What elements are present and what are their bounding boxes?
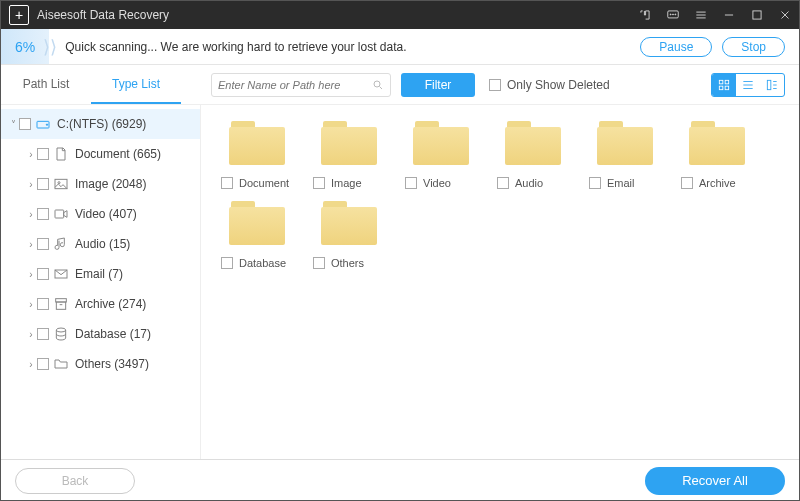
checkbox-icon[interactable]: [19, 118, 31, 130]
svg-point-1: [670, 14, 671, 15]
content-pane: Document Image Video Audio Email Archive: [201, 105, 799, 459]
checkbox-icon[interactable]: [497, 177, 509, 189]
svg-point-19: [56, 328, 65, 332]
search-field[interactable]: [218, 79, 372, 91]
tree-root-drive[interactable]: ˅ C:(NTFS) (6929): [1, 109, 200, 139]
expand-icon[interactable]: ›: [25, 149, 37, 160]
audio-icon: [53, 236, 69, 252]
checkbox-icon[interactable]: [37, 208, 49, 220]
checkbox-icon[interactable]: [313, 257, 325, 269]
tree-item-label: Archive (274): [75, 297, 146, 311]
maximize-icon[interactable]: [743, 1, 771, 29]
folder-image[interactable]: Image: [309, 117, 389, 189]
video-icon: [53, 206, 69, 222]
tree-item-email[interactable]: › Email (7): [1, 259, 200, 289]
tree-item-video[interactable]: › Video (407): [1, 199, 200, 229]
checkbox-icon[interactable]: [37, 298, 49, 310]
expand-icon[interactable]: ›: [25, 299, 37, 310]
checkbox-icon[interactable]: [221, 177, 233, 189]
view-mode-switch: [711, 73, 785, 97]
checkbox-icon[interactable]: [37, 238, 49, 250]
tree-root-label: C:(NTFS) (6929): [57, 117, 146, 131]
tree-item-label: Image (2048): [75, 177, 146, 191]
folder-others[interactable]: Others: [309, 197, 389, 269]
checkbox-icon[interactable]: [405, 177, 417, 189]
database-icon: [53, 326, 69, 342]
expand-icon[interactable]: ›: [25, 239, 37, 250]
svg-rect-8: [719, 86, 723, 90]
expand-icon[interactable]: ›: [25, 359, 37, 370]
folder-email[interactable]: Email: [585, 117, 665, 189]
filter-button[interactable]: Filter: [401, 73, 475, 97]
checkbox-icon[interactable]: [37, 268, 49, 280]
expand-icon[interactable]: ›: [25, 179, 37, 190]
footer: Back Recover All: [1, 459, 799, 501]
tree-item-audio[interactable]: › Audio (15): [1, 229, 200, 259]
sidebar-tree: ˅ C:(NTFS) (6929) › Document (665) › Ima…: [1, 105, 201, 459]
checkbox-icon[interactable]: [589, 177, 601, 189]
tab-type-list[interactable]: Type List: [91, 65, 181, 104]
svg-rect-4: [753, 11, 761, 19]
svg-point-2: [673, 14, 674, 15]
expand-icon[interactable]: ›: [25, 329, 37, 340]
view-grid-icon[interactable]: [712, 74, 736, 96]
expand-icon[interactable]: ›: [25, 209, 37, 220]
back-button[interactable]: Back: [15, 468, 135, 494]
folder-icon: [53, 356, 69, 372]
progress-percent: 6%: [15, 39, 35, 55]
checkbox-icon[interactable]: [37, 178, 49, 190]
drive-icon: [35, 116, 51, 132]
view-detail-icon[interactable]: [760, 74, 784, 96]
checkbox-icon[interactable]: [221, 257, 233, 269]
tree-item-archive[interactable]: › Archive (274): [1, 289, 200, 319]
tree-item-label: Email (7): [75, 267, 123, 281]
checkbox-icon[interactable]: [313, 177, 325, 189]
email-icon: [53, 266, 69, 282]
menu-icon[interactable]: [687, 1, 715, 29]
checkbox-icon[interactable]: [37, 148, 49, 160]
svg-rect-7: [725, 80, 729, 84]
stop-button[interactable]: Stop: [722, 37, 785, 57]
close-icon[interactable]: [771, 1, 799, 29]
recover-all-button[interactable]: Recover All: [645, 467, 785, 495]
folder-video[interactable]: Video: [401, 117, 481, 189]
image-icon: [53, 176, 69, 192]
folder-grid: Document Image Video Audio Email Archive: [217, 117, 783, 269]
only-show-deleted-checkbox[interactable]: Only Show Deleted: [489, 78, 610, 92]
tree-item-image[interactable]: › Image (2048): [1, 169, 200, 199]
folder-archive[interactable]: Archive: [677, 117, 757, 189]
folder-icon: [225, 117, 289, 169]
folder-database[interactable]: Database: [217, 197, 297, 269]
pause-button[interactable]: Pause: [640, 37, 712, 57]
title-bar: + Aiseesoft Data Recovery: [1, 1, 799, 29]
folder-label: Video: [423, 177, 451, 189]
minimize-icon[interactable]: [715, 1, 743, 29]
app-title: Aiseesoft Data Recovery: [37, 8, 169, 22]
folder-label: Database: [239, 257, 286, 269]
checkbox-icon[interactable]: [37, 328, 49, 340]
svg-rect-6: [719, 80, 723, 84]
feedback-icon[interactable]: [659, 1, 687, 29]
svg-rect-9: [725, 86, 729, 90]
folder-icon: [317, 197, 381, 249]
checkbox-icon[interactable]: [37, 358, 49, 370]
tree-item-others[interactable]: › Others (3497): [1, 349, 200, 379]
tree-item-database[interactable]: › Database (17): [1, 319, 200, 349]
tab-path-list[interactable]: Path List: [1, 65, 91, 104]
svg-rect-10: [767, 80, 771, 89]
folder-label: Others: [331, 257, 364, 269]
folder-document[interactable]: Document: [217, 117, 297, 189]
folder-audio[interactable]: Audio: [493, 117, 573, 189]
tree-item-document[interactable]: › Document (665): [1, 139, 200, 169]
share-icon[interactable]: [631, 1, 659, 29]
progress-message: Quick scanning... We are working hard to…: [65, 40, 406, 54]
folder-icon: [317, 117, 381, 169]
tree-item-label: Others (3497): [75, 357, 149, 371]
window-controls: [631, 1, 799, 29]
expand-icon[interactable]: ›: [25, 269, 37, 280]
folder-label: Archive: [699, 177, 736, 189]
search-input[interactable]: [211, 73, 391, 97]
collapse-icon[interactable]: ˅: [7, 119, 19, 130]
checkbox-icon[interactable]: [681, 177, 693, 189]
view-list-icon[interactable]: [736, 74, 760, 96]
